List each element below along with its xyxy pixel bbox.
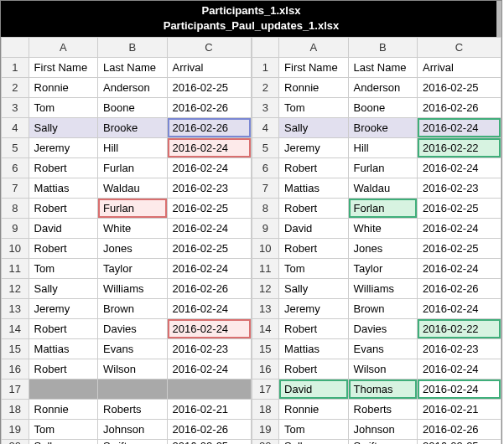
cell[interactable]: Ronnie (279, 78, 349, 98)
cell[interactable]: Hill (98, 138, 168, 158)
cell[interactable]: Mattias (29, 178, 98, 199)
cell[interactable]: Tom (29, 98, 98, 118)
cell[interactable] (29, 379, 98, 400)
cell[interactable]: Waldau (98, 178, 168, 199)
cell[interactable]: 2016-02-26 (167, 420, 251, 440)
cell[interactable]: Robert (29, 359, 98, 379)
row-header[interactable]: 14 (2, 319, 29, 339)
cell[interactable]: 2016-02-26 (167, 98, 251, 118)
cell[interactable]: 2016-02-23 (167, 339, 251, 359)
cell[interactable]: Taylor (348, 259, 418, 279)
cell[interactable]: Robert (279, 359, 349, 379)
cell[interactable]: Wilson (348, 359, 418, 379)
row-header[interactable]: 1 (2, 58, 29, 78)
row-header[interactable]: 9 (2, 219, 29, 239)
cell[interactable]: Taylor (98, 259, 168, 279)
cell[interactable]: Brooke (348, 118, 418, 138)
row-header[interactable]: 13 (252, 299, 279, 319)
cell[interactable]: Robert (279, 199, 349, 219)
row-header[interactable]: 3 (252, 98, 279, 118)
cell[interactable]: David (279, 219, 349, 239)
cell[interactable]: 2016-02-21 (167, 400, 251, 420)
cell[interactable]: David (29, 219, 98, 239)
cell[interactable]: Williams (348, 279, 418, 299)
cell[interactable]: Jeremy (279, 299, 349, 319)
col-header-b[interactable]: B (348, 38, 418, 58)
cell[interactable]: Brown (98, 299, 168, 319)
row-header[interactable]: 7 (252, 178, 279, 199)
cell[interactable]: David (279, 379, 349, 400)
cell[interactable]: Tom (29, 420, 98, 440)
row-header[interactable]: 14 (252, 319, 279, 339)
cell[interactable]: Sally (279, 440, 349, 444)
row-header[interactable]: 8 (2, 199, 29, 219)
cell[interactable]: 2016-02-23 (418, 339, 501, 359)
cell[interactable]: Tom (279, 259, 349, 279)
cell[interactable]: Robert (29, 158, 98, 178)
cell[interactable]: Hill (348, 138, 418, 158)
cell[interactable]: 2016-02-24 (418, 359, 501, 379)
cell[interactable]: Arrival (418, 58, 501, 78)
cell[interactable]: 2016-02-25 (418, 199, 501, 219)
cell[interactable]: Williams (98, 279, 168, 299)
cell[interactable]: Robert (29, 239, 98, 259)
cell[interactable]: 2016-02-25 (418, 440, 501, 444)
select-all-corner[interactable] (2, 38, 29, 58)
cell[interactable]: 2016-02-22 (418, 319, 501, 339)
cell[interactable]: Ronnie (29, 400, 98, 420)
cell[interactable]: Evans (348, 339, 418, 359)
cell[interactable]: Sally (279, 279, 349, 299)
cell[interactable]: First Name (279, 58, 349, 78)
cell[interactable]: Jeremy (29, 138, 98, 158)
cell[interactable]: First Name (29, 58, 98, 78)
cell[interactable]: Johnson (98, 420, 168, 440)
cell[interactable]: Forlan (348, 199, 418, 219)
cell[interactable] (167, 379, 251, 400)
cell[interactable]: Roberts (348, 400, 418, 420)
cell[interactable]: Swift (348, 440, 418, 444)
cell[interactable]: 2016-02-25 (167, 239, 251, 259)
cell[interactable]: 2016-02-24 (167, 158, 251, 178)
row-header[interactable]: 13 (2, 299, 29, 319)
cell[interactable]: 2016-02-25 (167, 440, 251, 444)
cell[interactable]: Tom (279, 420, 349, 440)
row-header[interactable]: 1 (252, 58, 279, 78)
row-header[interactable]: 5 (252, 138, 279, 158)
cell[interactable]: Boone (348, 98, 418, 118)
row-header[interactable]: 17 (2, 379, 29, 400)
cell[interactable]: 2016-02-25 (418, 78, 501, 98)
row-header[interactable]: 9 (252, 219, 279, 239)
cell[interactable]: Sally (29, 118, 98, 138)
row-header[interactable]: 10 (2, 239, 29, 259)
cell[interactable]: Jeremy (279, 138, 349, 158)
cell[interactable]: Tom (279, 98, 349, 118)
cell[interactable]: Tom (29, 259, 98, 279)
col-header-a[interactable]: A (279, 38, 349, 58)
row-header[interactable]: 16 (2, 359, 29, 379)
cell[interactable]: Robert (279, 239, 349, 259)
row-header[interactable]: 17 (252, 379, 279, 400)
col-header-b[interactable]: B (98, 38, 168, 58)
cell[interactable]: 2016-02-24 (167, 259, 251, 279)
row-header[interactable]: 5 (2, 138, 29, 158)
cell[interactable]: Brown (348, 299, 418, 319)
cell[interactable]: Johnson (348, 420, 418, 440)
cell[interactable]: 2016-02-26 (167, 118, 251, 138)
cell[interactable]: Last Name (98, 58, 168, 78)
row-header[interactable]: 11 (2, 259, 29, 279)
cell[interactable]: Brooke (98, 118, 168, 138)
cell[interactable]: 2016-02-24 (418, 118, 501, 138)
cell[interactable]: Davies (348, 319, 418, 339)
row-header[interactable]: 4 (2, 118, 29, 138)
cell[interactable]: 2016-02-26 (418, 98, 501, 118)
row-header[interactable]: 8 (252, 199, 279, 219)
cell[interactable]: Robert (29, 319, 98, 339)
select-all-corner[interactable] (252, 38, 279, 58)
row-header[interactable]: 19 (2, 420, 29, 440)
cell[interactable]: Sally (29, 440, 98, 444)
row-header[interactable]: 6 (252, 158, 279, 178)
cell[interactable]: 2016-02-25 (167, 199, 251, 219)
cell[interactable]: 2016-02-24 (418, 259, 501, 279)
row-header[interactable]: 11 (252, 259, 279, 279)
row-header[interactable]: 12 (252, 279, 279, 299)
